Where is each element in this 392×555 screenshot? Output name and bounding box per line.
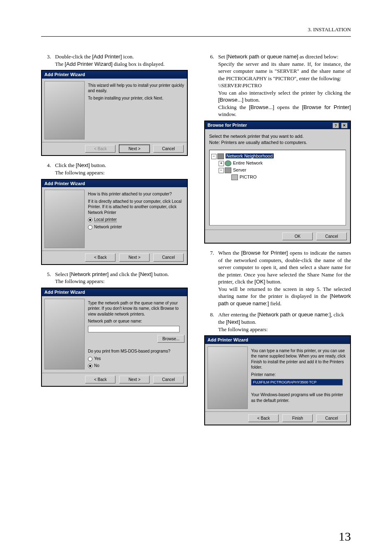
cancel-button[interactable]: Cancel <box>153 376 184 384</box>
dialog-text: To begin installing your printer, click … <box>88 95 184 101</box>
text: button. <box>265 279 281 285</box>
next-button[interactable]: Next > <box>119 145 150 153</box>
dialog-sidebar-image <box>44 190 85 248</box>
dialog-add-printer-2: Add Printer Wizard How is this printer a… <box>41 179 188 265</box>
back-button[interactable]: < Back <box>85 253 115 262</box>
ui-ref-browse-printer: [Browse for Printer] <box>302 104 351 110</box>
step-number: 3. <box>41 53 55 67</box>
page-number: 13 <box>339 529 351 543</box>
step-3: 3. Double-click the [Add Printer] icon. … <box>41 53 188 67</box>
dialog-title: Add Printer Wizard <box>44 289 85 295</box>
ui-ref-next: [Next] <box>226 319 240 325</box>
text: The following appears: <box>218 326 268 332</box>
tree-node-pictro[interactable]: PICTRO <box>240 174 257 179</box>
text: After entering the <box>218 311 258 318</box>
dialog-text: Your Windows-based programs will use thi… <box>251 392 348 403</box>
two-column-layout: 3. Double-click the [Add Printer] icon. … <box>41 51 351 431</box>
radio-local-printer[interactable] <box>88 218 92 222</box>
right-column: 6. Set [Network path or queue name] as d… <box>204 51 351 431</box>
text: and click the <box>108 271 138 277</box>
text: button. <box>243 97 260 103</box>
header-rule <box>41 36 351 37</box>
cancel-button[interactable]: Cancel <box>153 145 184 153</box>
ui-ref-browse: [Browse...] <box>249 104 274 110</box>
cancel-button[interactable]: Cancel <box>316 414 347 423</box>
field-label-printer-name: Printer name: <box>251 372 348 378</box>
step-4: 4. Click the [Next] button. The followin… <box>41 162 188 176</box>
tree-expand-icon[interactable]: + <box>219 161 224 166</box>
cancel-button[interactable]: Cancel <box>153 253 184 262</box>
text: Set <box>218 53 226 60</box>
tree-node-network-neighborhood[interactable]: Network Neighborhood <box>226 153 274 158</box>
text: When the <box>218 250 241 256</box>
close-icon[interactable]: ✕ <box>341 123 348 128</box>
help-icon[interactable]: ? <box>332 123 339 128</box>
step-5: 5. Select [Network printer] and click th… <box>41 271 188 285</box>
text: Clicking the <box>218 104 249 110</box>
network-path-input[interactable] <box>88 326 180 332</box>
step-6: 6. Set [Network path or queue name] as d… <box>204 53 351 118</box>
printer-name-input[interactable]: FUJIFILM PICTROGRAPHY3500 TCP <box>251 379 343 385</box>
text: Specify the server and its share name. I… <box>218 61 351 81</box>
radio-label-no: No <box>94 363 99 368</box>
ui-ref-next: [Next] <box>138 271 152 277</box>
step-body: Select [Network printer] and click the [… <box>55 271 188 285</box>
network-neighborhood-icon <box>217 153 224 159</box>
text: button. <box>90 162 106 168</box>
dialog-text: Do you print from MS-DOS-based programs? <box>88 348 184 354</box>
ui-ref-network-path: [Network path or queue name] <box>226 53 298 60</box>
ui-ref-add-printer: [Add Printer] <box>92 53 122 60</box>
dialog-text: If it is directly attached to your compu… <box>88 199 184 216</box>
radio-label-network: Network printer <box>94 225 122 229</box>
tree-node-entire-network[interactable]: Entire Network <box>233 160 263 165</box>
step-number: 4. <box>41 162 55 176</box>
network-tree[interactable]: −Network Neighborhood +Entire Network −S… <box>209 150 346 225</box>
text: icon. <box>122 53 134 60</box>
browse-button[interactable]: Browse... <box>157 335 184 343</box>
text: opens the <box>274 104 302 110</box>
radio-dos-yes[interactable] <box>88 357 92 361</box>
back-button[interactable]: < Back <box>85 145 115 153</box>
dialog-add-printer-3: Add Printer Wizard Type the network path… <box>41 288 188 387</box>
finish-button[interactable]: Finish <box>282 414 313 423</box>
text: Click the <box>55 162 76 168</box>
step-number: 8. <box>204 311 218 333</box>
dialog-text: Select the network printer that you want… <box>209 133 346 139</box>
dialog-title: Add Printer Wizard <box>208 337 248 343</box>
radio-label-local: Local printer <box>94 217 117 222</box>
dialog-sidebar-image <box>208 346 248 409</box>
dialog-sidebar-image <box>44 299 85 369</box>
dialog-text: This wizard will help you to install you… <box>88 83 184 94</box>
dialog-add-printer-1: Add Printer Wizard This wizard will help… <box>41 70 188 156</box>
text: The <box>55 61 65 67</box>
back-button[interactable]: < Back <box>85 376 115 384</box>
ok-button[interactable]: OK <box>282 232 313 241</box>
dialog-text: Note: Printers are usually attached to c… <box>209 139 346 146</box>
text: Select <box>55 271 69 277</box>
example-path: \\SERVER\PICTRO <box>218 82 262 88</box>
radio-network-printer[interactable] <box>88 225 92 230</box>
cancel-button[interactable]: Cancel <box>316 232 347 241</box>
text: window. <box>218 111 236 117</box>
next-button[interactable]: Next > <box>119 253 150 262</box>
step-body: Click the [Next] button. The following a… <box>55 162 188 176</box>
step-body: When the [Browse for Printer] opens to i… <box>218 249 351 307</box>
text: You can also interactively select the pr… <box>218 90 351 96</box>
text: The following appears: <box>55 278 105 284</box>
step-body: Double-click the [Add Printer] icon. The… <box>55 53 188 67</box>
ui-ref-browse-printer: [Browse for Printer] <box>241 250 288 256</box>
dialog-titlebar: Add Printer Wizard <box>42 71 187 79</box>
tree-node-server[interactable]: Server <box>233 167 246 172</box>
step-7: 7. When the [Browse for Printer] opens t… <box>204 249 351 307</box>
tree-collapse-icon[interactable]: − <box>211 154 217 159</box>
printer-icon <box>231 174 238 180</box>
dialog-title: Browse for Printer <box>208 122 247 128</box>
dialog-titlebar: Add Printer Wizard <box>205 336 350 344</box>
dialog-titlebar: Add Printer Wizard <box>42 288 187 296</box>
radio-dos-no[interactable] <box>88 364 92 368</box>
back-button[interactable]: < Back <box>248 414 279 423</box>
next-button[interactable]: Next > <box>119 376 150 384</box>
dialog-title: Add Printer Wizard <box>44 72 85 78</box>
text: The following appears: <box>55 170 105 176</box>
tree-collapse-icon[interactable]: − <box>219 168 224 173</box>
